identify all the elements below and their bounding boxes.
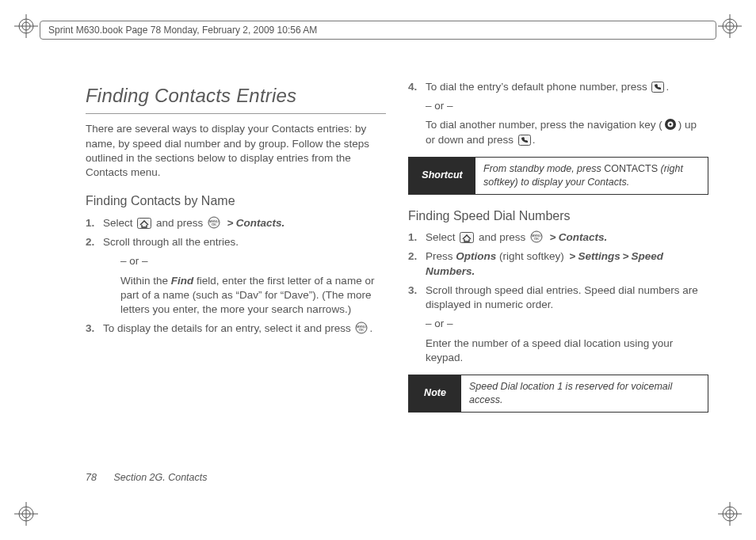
step: Press Options (right softkey) >Settings>… — [408, 249, 708, 278]
crop-mark-top-left — [14, 14, 38, 38]
or-divider: – or – — [426, 99, 708, 113]
step: To display the details for an entry, sel… — [86, 321, 386, 336]
menu-ok-icon: MENUOK — [355, 321, 368, 334]
field-name: Find — [171, 275, 194, 287]
menu-ok-icon: MENUOK — [208, 216, 220, 229]
menu-path: Contacts. — [236, 217, 285, 229]
svg-text:OK: OK — [212, 222, 216, 226]
crop-mark-top-right — [718, 14, 742, 38]
content-columns: Finding Contacts Entries There are sever… — [86, 75, 708, 469]
text: Select — [103, 217, 136, 229]
text: Press — [426, 250, 456, 262]
menu-path: Settings — [578, 250, 620, 262]
text: To dial another number, press the naviga… — [426, 118, 708, 146]
step: Scroll through all the entries. – or – W… — [86, 235, 386, 317]
left-column: Finding Contacts Entries There are sever… — [86, 75, 386, 469]
menu-ok-icon: MENUOK — [530, 230, 543, 243]
svg-text:OK: OK — [534, 237, 539, 241]
framemaker-header: Sprint M630.book Page 78 Monday, Februar… — [40, 21, 716, 40]
text: Within the Find field, enter the first l… — [120, 274, 386, 318]
text: . — [369, 322, 372, 334]
intro-paragraph: There are several ways to display your C… — [86, 122, 386, 180]
callout-text: Speed Dial location 1 is reserved for vo… — [461, 375, 708, 412]
text: . — [533, 134, 536, 146]
steps-speed-dial: Select and press MENUOK >Contacts. Press… — [408, 230, 708, 365]
or-divider: – or – — [120, 254, 386, 268]
callout-text: From standby mode, press CONTACTS (right… — [475, 158, 708, 194]
svg-text:OK: OK — [360, 328, 365, 332]
crop-mark-bottom-right — [718, 502, 742, 526]
text: ( — [658, 163, 664, 174]
text: To dial the entry’s default phone number… — [426, 81, 650, 93]
text: From standby mode, press — [483, 163, 604, 174]
talk-icon — [651, 82, 664, 93]
chevron: > — [227, 217, 234, 229]
talk-icon — [518, 135, 531, 146]
text: Select — [426, 231, 458, 243]
text: To dial another number, press the naviga… — [426, 119, 662, 131]
svg-point-26 — [669, 124, 671, 126]
chevron: > — [570, 250, 576, 262]
note-callout: Note Speed Dial location 1 is reserved f… — [408, 375, 708, 413]
text: Scroll through all the entries. — [103, 236, 239, 248]
softkey-name: CONTACTS — [604, 163, 658, 174]
menu-path: Contacts. — [559, 231, 608, 243]
page-footer: 78 Section 2G. Contacts — [86, 471, 208, 485]
callout-label: Shortcut — [409, 158, 475, 194]
text: and press — [479, 231, 529, 243]
subhead-speed-dial: Finding Speed Dial Numbers — [408, 207, 708, 225]
step: To dial the entry’s default phone number… — [408, 80, 708, 147]
text: and press — [156, 217, 206, 229]
home-icon — [137, 218, 151, 229]
subhead-by-name: Finding Contacts by Name — [86, 192, 386, 210]
steps-by-name-cont: To dial the entry’s default phone number… — [408, 80, 708, 147]
header-text: Sprint M630.book Page 78 Monday, Februar… — [48, 24, 317, 36]
softkey-name: Options — [456, 250, 496, 262]
section-name: Section 2G. Contacts — [113, 472, 207, 483]
nav-key-icon — [664, 118, 677, 131]
text: (right softkey) — [496, 250, 567, 262]
page: { "header_bar": "Sprint M630.book Page 7… — [0, 0, 756, 540]
page-number: 78 — [86, 472, 97, 483]
text: ) to display your Contacts. — [515, 177, 630, 188]
text: Enter the number of a speed dial locatio… — [426, 337, 708, 365]
chevron: > — [550, 231, 556, 243]
text: . — [666, 81, 669, 93]
text: Within the — [120, 275, 171, 287]
callout-label: Note — [409, 375, 461, 412]
text: To display the details for an entry, sel… — [103, 322, 353, 334]
or-divider: – or – — [426, 317, 708, 331]
crop-mark-bottom-left — [14, 502, 38, 526]
home-icon — [460, 232, 474, 243]
step: Scroll through speed dial entries. Speed… — [408, 283, 708, 365]
steps-by-name: Select and press MENUOK >Contacts. Scrol… — [86, 216, 386, 337]
step: Select and press MENUOK >Contacts. — [86, 216, 386, 230]
right-column: To dial the entry’s default phone number… — [408, 75, 708, 469]
shortcut-callout: Shortcut From standby mode, press CONTAC… — [408, 157, 708, 195]
step: Select and press MENUOK >Contacts. — [408, 230, 708, 245]
chevron: > — [623, 250, 629, 262]
text: Scroll through speed dial entries. Speed… — [426, 284, 698, 310]
section-title: Finding Contacts Entries — [86, 83, 386, 114]
